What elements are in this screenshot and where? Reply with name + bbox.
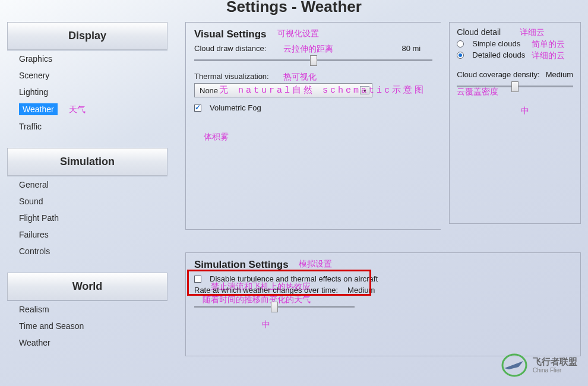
sidebar-section-simulation: Simulation — [7, 148, 167, 176]
weather-change-rate-slider[interactable] — [194, 302, 355, 312]
annot-draw-dist: 云拉伸的距离 — [283, 44, 333, 55]
volumetric-fog-label: Volumetric Fog — [210, 103, 261, 112]
sidebar-section-world: World — [7, 273, 167, 300]
slider-thumb[interactable] — [511, 81, 519, 92]
disable-turbulence-label: Disable turbulence and thermal effects o… — [210, 274, 378, 283]
cloud-draw-distance-value: 80 mi — [402, 44, 432, 53]
main-panel: Visual Settings 可视化设置 Cloud draw distanc… — [185, 22, 581, 368]
cloud-density-label: Cloud coverage density: — [457, 70, 539, 79]
thermal-visualization-label: Thermal visualization: — [194, 72, 269, 81]
sidebar-item-time-season[interactable]: Time and Season — [7, 318, 167, 334]
simple-clouds-label: Simple clouds — [472, 39, 520, 48]
sidebar-item-scenery[interactable]: Scenery — [7, 67, 167, 84]
sidebar-section-display: Display — [7, 22, 167, 50]
annot-weather: 天气 — [69, 105, 86, 114]
cloud-draw-distance-slider[interactable] — [194, 55, 432, 66]
chevron-down-icon[interactable]: ▾ — [360, 86, 369, 94]
sidebar-item-realism[interactable]: Realism — [7, 301, 167, 318]
sidebar-item-world-weather[interactable]: Weather — [7, 334, 167, 351]
cloud-density-value: Medium — [546, 70, 573, 79]
simulation-settings-title: Simulation Settings — [194, 259, 289, 270]
sidebar: Display Graphics Scenery Lighting Weathe… — [7, 22, 167, 368]
sidebar-item-lighting[interactable]: Lighting — [7, 84, 167, 100]
annot-thermal: 热可视化 — [283, 72, 317, 83]
cloud-detail-panel: Cloud detail 详细云 Simple clouds 简单的云 Deta… — [449, 22, 581, 224]
slider-thumb[interactable] — [271, 302, 278, 312]
sidebar-item-weather[interactable]: Weather — [19, 103, 58, 115]
annot-sim-title: 模拟设置 — [299, 259, 332, 270]
weather-change-rate-value: Medium — [347, 286, 375, 295]
simple-clouds-radio[interactable] — [457, 40, 464, 48]
cloud-detail-title: Cloud detail — [457, 27, 501, 37]
detailed-clouds-radio[interactable] — [457, 52, 464, 59]
weather-change-rate-label: Rate at which weather changes over time: — [194, 286, 338, 295]
volumetric-fog-checkbox[interactable] — [194, 105, 201, 112]
annot-fog: 体积雾 — [204, 132, 229, 143]
annot-cloud-title: 详细云 — [520, 27, 545, 38]
page-title: Settings - Weather — [0, 0, 588, 22]
annot-rate-val: 中 — [262, 319, 270, 330]
sidebar-item-graphics[interactable]: Graphics — [7, 50, 167, 67]
annot-visual-title: 可视化设置 — [277, 29, 319, 39]
annot-density-val: 中 — [521, 106, 529, 116]
sidebar-item-controls[interactable]: Controls — [7, 243, 167, 260]
logo-title-cn: 飞行者联盟 — [533, 357, 577, 367]
detailed-clouds-label: Detailed clouds — [472, 50, 525, 59]
sidebar-item-flight-path[interactable]: Flight Path — [7, 210, 167, 226]
simulation-settings-panel: Simulation Settings 模拟设置 Disable turbule… — [185, 252, 581, 356]
cloud-draw-distance-label: Cloud draw distance: — [194, 44, 266, 53]
sidebar-item-general[interactable]: General — [7, 176, 167, 193]
visual-settings-panel: Visual Settings 可视化设置 Cloud draw distanc… — [185, 22, 441, 230]
plane-icon — [501, 353, 528, 378]
visual-settings-title: Visual Settings — [194, 29, 267, 40]
disable-turbulence-checkbox[interactable] — [194, 276, 201, 283]
site-logo: 飞行者联盟 China Flier — [501, 353, 577, 378]
sidebar-item-failures[interactable]: Failures — [7, 226, 167, 243]
thermal-visualization-select[interactable]: None ▾ — [194, 83, 372, 97]
annot-detailed-clouds: 详细的云 — [532, 50, 565, 61]
cloud-density-slider[interactable] — [457, 81, 573, 92]
sidebar-item-sound[interactable]: Sound — [7, 193, 167, 210]
main-layout: Display Graphics Scenery Lighting Weathe… — [0, 22, 588, 368]
thermal-visualization-value: None — [200, 86, 218, 95]
logo-title-en: China Flier — [533, 367, 577, 374]
sidebar-item-traffic[interactable]: Traffic — [7, 118, 167, 135]
slider-thumb[interactable] — [310, 55, 317, 66]
annot-simple-clouds: 简单的云 — [532, 39, 565, 50]
